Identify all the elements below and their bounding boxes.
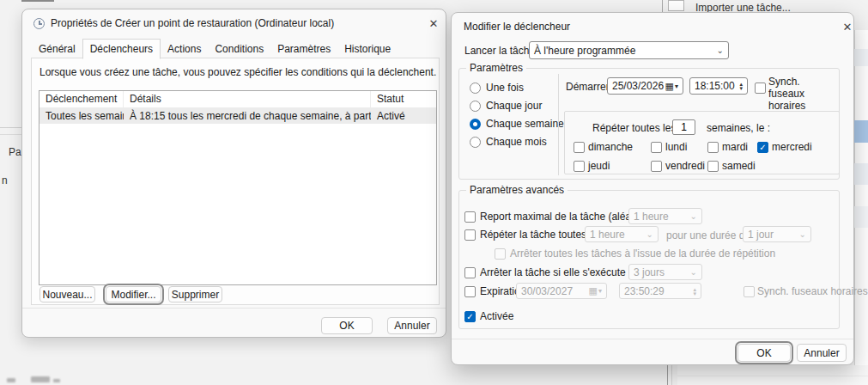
- background-icon-box: [668, 0, 684, 11]
- caret-down-icon: ▾: [598, 287, 602, 295]
- cutoff-text-smudge: [31, 376, 50, 382]
- start-date-value: 25/03/2026: [612, 80, 664, 92]
- launch-task-value: À l'heure programmée: [534, 45, 635, 57]
- day-saturday-checkbox[interactable]: [707, 161, 719, 172]
- column-header-trigger[interactable]: Déclenchement: [39, 91, 124, 107]
- spin-down-icon: ▾: [693, 291, 696, 296]
- tab-actions[interactable]: Actions: [161, 40, 208, 58]
- background-panel-border: [671, 365, 672, 385]
- trigger-row-name: Toutes les semaines: [39, 108, 124, 124]
- background-list-row: [854, 163, 868, 185]
- tab-conditions[interactable]: Conditions: [208, 40, 270, 58]
- tab-triggers[interactable]: Déclencheurs: [82, 39, 161, 59]
- day-thursday-label[interactable]: jeudi: [588, 160, 610, 172]
- properties-dialog-title: Propriétés de Créer un point de restaura…: [51, 17, 334, 29]
- background-text-fragment: n: [2, 174, 8, 186]
- chevron-down-icon: ⌄: [690, 211, 697, 221]
- day-monday-label[interactable]: lundi: [665, 141, 687, 153]
- trigger-row-status: Activé: [371, 108, 436, 124]
- day-tuesday-label[interactable]: mardi: [722, 141, 748, 153]
- clock-icon: [33, 18, 45, 29]
- triggers-intro-text: Lorsque vous créez une tâche, vous pouve…: [39, 66, 436, 78]
- day-sunday-checkbox[interactable]: [574, 142, 585, 153]
- day-wednesday-checkbox[interactable]: [757, 142, 768, 153]
- launch-task-select[interactable]: À l'heure programmée ⌄: [529, 41, 729, 59]
- properties-ok-button[interactable]: OK: [321, 317, 373, 334]
- tab-settings[interactable]: Paramètres: [270, 40, 337, 58]
- stop-all-tasks-label: Arrêter toutes les tâches à l'issue de l…: [510, 248, 775, 260]
- background-selected-row: [854, 120, 868, 143]
- expiration-sync-timezone-checkbox: [744, 286, 755, 297]
- trigger-cancel-button[interactable]: Annuler: [797, 344, 847, 362]
- column-header-details[interactable]: Détails: [124, 91, 371, 107]
- weeks-on-label: semaines, le :: [707, 122, 770, 134]
- close-icon[interactable]: ✕: [836, 18, 859, 35]
- day-wednesday-label[interactable]: mercredi: [772, 141, 812, 153]
- delay-task-checkbox[interactable]: [464, 211, 476, 223]
- delete-trigger-button[interactable]: Supprimer: [168, 286, 222, 302]
- day-monday-checkbox[interactable]: [651, 142, 662, 153]
- cutoff-text-smudge: [53, 379, 60, 382]
- day-saturday-label[interactable]: samedi: [722, 160, 756, 172]
- background-divider: [0, 134, 23, 135]
- repeat-duration-value: 1 jour: [748, 229, 774, 241]
- stop-if-longer-checkbox[interactable]: [464, 267, 476, 278]
- properties-tabstrip: Général Déclencheurs Actions Conditions …: [32, 41, 398, 58]
- recur-weeks-input[interactable]: [672, 119, 695, 135]
- triggers-list[interactable]: Déclenchement Détails Statut Toutes les …: [39, 90, 437, 285]
- radio-one-time[interactable]: [470, 82, 481, 94]
- radio-monthly[interactable]: [470, 137, 481, 148]
- delay-task-value: 1 heure: [634, 211, 669, 223]
- day-sunday-label[interactable]: dimanche: [588, 141, 633, 153]
- radio-monthly-label[interactable]: Chaque mois: [486, 136, 547, 148]
- radio-weekly[interactable]: [470, 119, 481, 130]
- radio-weekly-label[interactable]: Chaque semaine: [486, 118, 564, 130]
- radio-daily-label[interactable]: Chaque jour: [486, 100, 542, 112]
- day-tuesday-checkbox[interactable]: [707, 142, 719, 153]
- chevron-down-icon: ⌄: [690, 267, 697, 277]
- background-panel-border: [667, 365, 668, 385]
- edit-trigger-button[interactable]: Modifier...: [106, 286, 161, 302]
- background-list-panel: [854, 30, 868, 370]
- radio-one-time-label[interactable]: Une fois: [486, 82, 524, 94]
- stop-if-longer-value: 3 jours: [634, 266, 665, 278]
- settings-divider: [558, 74, 559, 175]
- close-icon[interactable]: ✕: [422, 15, 445, 32]
- expiration-time-value: 23:50:29: [624, 285, 665, 297]
- tab-general[interactable]: Général: [32, 40, 82, 58]
- delay-task-select: 1 heure ⌄: [628, 208, 702, 224]
- enabled-checkbox[interactable]: [464, 311, 476, 322]
- day-friday-label[interactable]: vendredi: [665, 160, 705, 172]
- trigger-ok-button[interactable]: OK: [737, 344, 791, 362]
- calendar-icon: ▦: [665, 81, 674, 92]
- properties-cancel-button[interactable]: Annuler: [387, 317, 437, 334]
- expiration-checkbox[interactable]: [464, 286, 476, 297]
- new-trigger-button[interactable]: Nouveau...: [39, 286, 95, 302]
- repeat-task-checkbox[interactable]: [464, 229, 476, 241]
- tab-history[interactable]: Historique: [337, 40, 398, 58]
- column-header-status[interactable]: Statut: [371, 91, 436, 107]
- recur-every-label: Répéter toutes les :: [592, 122, 682, 134]
- caret-down-icon: ▾: [675, 82, 678, 90]
- repeat-interval-select: 1 heure ⌄: [585, 226, 659, 242]
- repeat-duration-select: 1 jour ⌄: [743, 226, 811, 242]
- footer-divider: [452, 339, 853, 339]
- day-friday-checkbox[interactable]: [651, 161, 662, 172]
- start-sync-timezone-checkbox[interactable]: [755, 82, 766, 94]
- expiration-date-picker: 30/03/2027 ▦▾: [516, 283, 607, 299]
- expiration-date-value: 30/03/2027: [521, 285, 573, 297]
- stop-if-longer-select: 3 jours ⌄: [628, 264, 702, 280]
- radio-daily[interactable]: [470, 101, 481, 112]
- trigger-row-details: À 18:15 tous les mercredi de chaque sema…: [124, 108, 371, 124]
- day-thursday-checkbox[interactable]: [574, 161, 585, 172]
- start-time-spinner[interactable]: 18:15:00 ▴ ▾: [689, 77, 748, 95]
- spin-down-icon[interactable]: ▾: [739, 86, 743, 90]
- trigger-row[interactable]: Toutes les semaines À 18:15 tous les mer…: [39, 108, 436, 124]
- edit-trigger-dialog-title: Modifier le déclencheur: [464, 21, 570, 33]
- background-list-row: [854, 206, 868, 228]
- enabled-label[interactable]: Activée: [480, 310, 513, 322]
- start-sync-timezone-label[interactable]: Synch. fuseaux horaires: [768, 76, 839, 112]
- background-panel-border: [662, 0, 663, 12]
- background-window-edge: [21, 0, 54, 2]
- start-date-picker[interactable]: 25/03/2026 ▦▾: [607, 77, 683, 95]
